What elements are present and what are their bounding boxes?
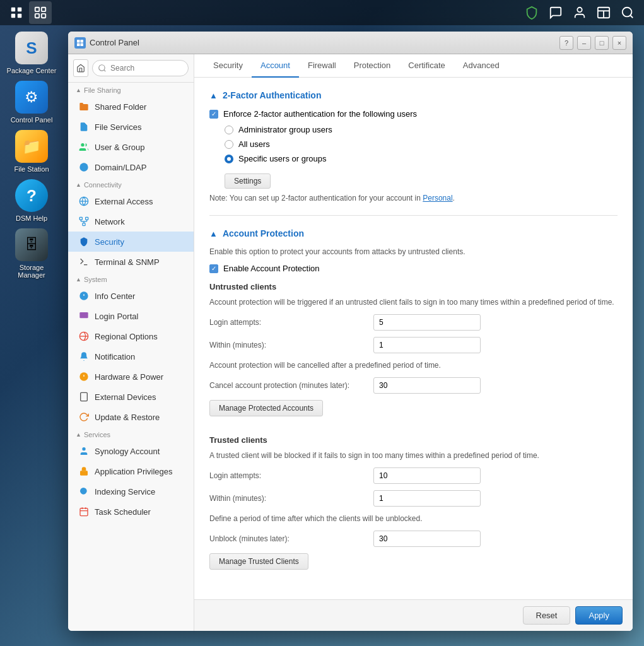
radio-all-users-icon xyxy=(225,140,233,149)
sidebar-item-app-privileges[interactable]: Application Privileges xyxy=(68,461,194,481)
app-switcher-icon[interactable] xyxy=(29,1,52,24)
sidebar-item-file-services[interactable]: File Services xyxy=(68,117,194,137)
sidebar-item-external-devices[interactable]: External Devices xyxy=(68,387,194,407)
sidebar-item-synology-account[interactable]: Synology Account xyxy=(68,441,194,461)
svg-rect-16 xyxy=(81,43,84,46)
help-button[interactable]: ? xyxy=(559,36,573,50)
synology-account-icon xyxy=(78,445,90,457)
search-input[interactable] xyxy=(92,60,189,76)
user-taskbar-icon[interactable] xyxy=(568,1,591,24)
tab-advanced[interactable]: Advanced xyxy=(454,54,508,78)
shared-folder-icon xyxy=(78,101,90,112)
svg-rect-23 xyxy=(86,217,88,220)
enable-protection-checkbox[interactable]: ✓ xyxy=(209,264,218,273)
enforce-2fa-label: Enforce 2-factor authentication for the … xyxy=(223,109,417,119)
radio-specific-users-label: Specific users or groups xyxy=(238,154,326,163)
account-protection-desc: Enable this option to protect your accou… xyxy=(209,247,618,256)
desktop-icon-storage[interactable]: 🗄 Storage Manager xyxy=(6,228,57,279)
sidebar-item-shared-folder[interactable]: Shared Folder xyxy=(68,97,194,117)
radio-admin-group[interactable]: Administrator group users xyxy=(225,125,618,134)
untrusted-login-attempts-input[interactable] xyxy=(373,314,481,331)
dsm-help-icon: ? xyxy=(15,179,48,212)
tab-firewall[interactable]: Firewall xyxy=(299,54,345,78)
sidebar-item-user-group[interactable]: User & Group xyxy=(68,137,194,157)
sidebar-item-regional-options[interactable]: Regional Options xyxy=(68,326,194,346)
unblock-input[interactable] xyxy=(373,531,481,547)
file-sharing-section-header: ▲ File Sharing xyxy=(68,83,194,97)
taskbar xyxy=(0,0,644,25)
trusted-login-attempts-input[interactable] xyxy=(373,467,481,484)
account-protection-toggle[interactable]: ▲ xyxy=(209,229,218,238)
window-footer: Reset Apply xyxy=(194,599,633,631)
close-button[interactable]: × xyxy=(612,36,626,50)
enforce-2fa-checkbox[interactable]: ✓ xyxy=(209,110,218,119)
window-titlebar: Control Panel ? – □ × xyxy=(68,32,633,54)
layout-taskbar-icon[interactable] xyxy=(592,1,615,24)
manage-protected-accounts-button[interactable]: Manage Protected Accounts xyxy=(209,400,323,416)
settings-button[interactable]: Settings xyxy=(225,173,271,189)
sidebar-search-area xyxy=(68,54,194,83)
storage-manager-icon: 🗄 xyxy=(15,228,48,261)
svg-rect-47 xyxy=(80,508,88,516)
trusted-login-attempts-label: Login attempts: xyxy=(209,471,373,480)
reset-button[interactable]: Reset xyxy=(523,606,571,625)
untrusted-desc: Account protection will be triggered if … xyxy=(209,297,618,308)
sidebar-item-network[interactable]: Network xyxy=(68,211,194,232)
sidebar-item-notification[interactable]: Notification xyxy=(68,346,194,367)
desktop-icon-package[interactable]: S Package Center xyxy=(6,32,57,74)
sidebar: ▲ File Sharing Shared Folder File Servic… xyxy=(68,54,194,631)
sidebar-item-info-center[interactable]: Info Center xyxy=(68,286,194,306)
sidebar-item-domain-ldap[interactable]: Domain/LDAP xyxy=(68,157,194,177)
maximize-button[interactable]: □ xyxy=(595,36,609,50)
sidebar-item-update-restore[interactable]: Update & Restore xyxy=(68,407,194,427)
personal-link[interactable]: Personal xyxy=(423,194,452,203)
apply-button[interactable]: Apply xyxy=(575,606,623,625)
chat-taskbar-icon[interactable] xyxy=(544,1,567,24)
tab-bar: Security Account Firewall Protection Cer… xyxy=(194,54,633,78)
svg-rect-3 xyxy=(18,14,21,18)
taskbar-left xyxy=(0,1,57,24)
taskbar-right xyxy=(515,1,644,24)
two-factor-title: 2-Factor Authentication xyxy=(223,90,322,100)
trusted-within-row: Within (minutes): xyxy=(209,490,618,507)
file-station-label: File Station xyxy=(14,165,49,173)
tab-security[interactable]: Security xyxy=(204,54,252,78)
svg-point-17 xyxy=(81,143,84,146)
manage-trusted-clients-button[interactable]: Manage Trusted Clients xyxy=(209,553,308,570)
info-center-icon xyxy=(78,290,90,302)
grid-icon[interactable] xyxy=(5,1,28,24)
sidebar-item-login-portal[interactable]: Login Portal xyxy=(68,306,194,326)
sidebar-item-task-scheduler[interactable]: Task Scheduler xyxy=(68,502,194,522)
radio-specific-users[interactable]: Specific users or groups xyxy=(225,154,618,163)
sidebar-item-hardware-power[interactable]: Hardware & Power xyxy=(68,367,194,387)
task-scheduler-icon xyxy=(78,506,90,517)
sidebar-item-indexing-service[interactable]: Indexing Service xyxy=(68,481,194,502)
svg-rect-22 xyxy=(79,217,82,220)
cancel-protection-input[interactable] xyxy=(373,377,481,394)
package-center-icon: S xyxy=(15,32,48,64)
desktop-icon-control[interactable]: ⚙ Control Panel xyxy=(6,81,57,124)
trusted-within-input[interactable] xyxy=(373,490,481,507)
tab-account[interactable]: Account xyxy=(252,54,299,78)
desktop-icon-dsm[interactable]: ? DSM Help xyxy=(6,179,57,222)
regional-options-icon xyxy=(78,331,90,342)
network-icon xyxy=(78,216,90,227)
tab-certificate[interactable]: Certificate xyxy=(399,54,454,78)
minimize-button[interactable]: – xyxy=(577,36,591,50)
home-button[interactable] xyxy=(73,59,88,77)
sidebar-item-terminal-snmp[interactable]: Terminal & SNMP xyxy=(68,252,194,272)
desktop-icon-file[interactable]: 📁 File Station xyxy=(6,130,57,173)
main-content[interactable]: ▲ 2-Factor Authentication ✓ Enforce 2-fa… xyxy=(194,78,633,599)
untrusted-within-input[interactable] xyxy=(373,337,481,353)
shield-taskbar-icon[interactable] xyxy=(520,1,543,24)
enable-protection-row: ✓ Enable Account Protection xyxy=(209,264,618,273)
search-taskbar-icon[interactable] xyxy=(616,1,639,24)
unblock-label: Unblock (minutes later): xyxy=(209,534,373,543)
trusted-desc: A trusted client will be blocked if it f… xyxy=(209,450,618,461)
radio-all-users[interactable]: All users xyxy=(225,139,618,149)
tab-protection[interactable]: Protection xyxy=(345,54,400,78)
domain-ldap-icon xyxy=(78,162,90,173)
sidebar-item-external-access[interactable]: External Access xyxy=(68,191,194,211)
sidebar-item-security[interactable]: Security xyxy=(68,232,194,252)
two-factor-toggle[interactable]: ▲ xyxy=(209,91,218,100)
